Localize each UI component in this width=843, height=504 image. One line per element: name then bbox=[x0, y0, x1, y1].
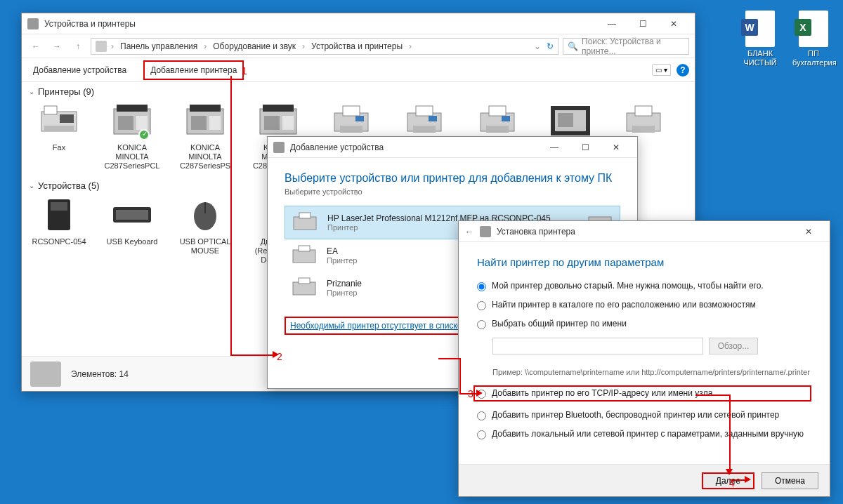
fax-icon bbox=[39, 105, 79, 137]
minimize-button[interactable]: — bbox=[539, 137, 570, 158]
printer-icon bbox=[402, 103, 447, 138]
option-tcpip[interactable]: Добавить принтер по его TCP/IP-адресу ил… bbox=[473, 385, 811, 402]
breadcrumb-item[interactable]: Устройства и принтеры bbox=[309, 41, 405, 51]
option-label: Выбрать общий принтер по имени bbox=[492, 319, 627, 329]
close-button[interactable]: ✕ bbox=[601, 137, 632, 158]
option-shared-name[interactable]: Выбрать общий принтер по имени bbox=[477, 319, 811, 329]
breadcrumb-icon bbox=[96, 41, 107, 52]
devices-header-label: Устройства (5) bbox=[38, 180, 100, 191]
close-button[interactable]: ✕ bbox=[793, 221, 824, 242]
chevron-right-icon: › bbox=[301, 41, 306, 51]
dialog-heading: Выберите устройство или принтер для доба… bbox=[285, 172, 620, 185]
radio-input[interactable] bbox=[477, 430, 486, 439]
back-arrow-icon[interactable]: ← bbox=[464, 226, 474, 237]
arrow-head-icon bbox=[745, 476, 751, 483]
help-icon[interactable]: ? bbox=[677, 64, 689, 77]
svg-rect-23 bbox=[429, 116, 437, 121]
arrow-head-icon bbox=[726, 469, 733, 475]
device-item[interactable]: USB Keyboard bbox=[102, 195, 162, 265]
printer-icon bbox=[290, 277, 318, 299]
printer-name-input[interactable] bbox=[492, 338, 703, 354]
svg-rect-7 bbox=[136, 116, 148, 130]
view-options-button[interactable]: ▭ ▾ bbox=[652, 64, 671, 76]
excel-icon bbox=[799, 11, 828, 47]
maximize-button[interactable]: ☐ bbox=[570, 137, 601, 158]
svg-rect-47 bbox=[299, 246, 310, 251]
annotation-arrow bbox=[695, 394, 729, 396]
device-item[interactable]: USB OPTICAL MOUSE bbox=[175, 195, 235, 265]
option-old-printer[interactable]: Мой принтер довольно старый. Мне нужна п… bbox=[477, 281, 811, 291]
option-label: Добавить принтер по его TCP/IP-адресу ил… bbox=[492, 388, 712, 398]
add-device-button[interactable]: Добавление устройства bbox=[27, 62, 132, 79]
svg-rect-30 bbox=[558, 113, 573, 127]
search-input[interactable]: 🔍 Поиск: Устройства и принте... bbox=[563, 38, 689, 55]
forward-arrow-icon[interactable]: → bbox=[48, 38, 65, 55]
refresh-icon[interactable]: ↻ bbox=[547, 41, 554, 51]
keyboard-icon bbox=[112, 204, 152, 225]
svg-rect-21 bbox=[416, 106, 433, 116]
titlebar: Устройства и принтеры — ☐ ✕ bbox=[22, 13, 695, 34]
annotation-arrow bbox=[230, 76, 232, 355]
chevron-down-icon: ⌄ bbox=[29, 182, 34, 190]
printer-not-listed-link[interactable]: Необходимый принтер отсутствует в списке bbox=[285, 317, 468, 335]
printer-item[interactable]: KONICA MINOLTA C287SeriesPCL bbox=[102, 101, 162, 171]
install-printer-dialog: ← Установка принтера ✕ Найти принтер по … bbox=[458, 220, 830, 497]
device-label: USB Keyboard bbox=[102, 237, 162, 246]
desktop-icon-label: ПП бухгалтерия bbox=[792, 49, 835, 67]
arrow-head-icon bbox=[476, 390, 483, 397]
navbar: ← → ↑ › Панель управления › Оборудование… bbox=[22, 34, 695, 58]
svg-rect-32 bbox=[635, 106, 652, 116]
radio-input[interactable] bbox=[477, 301, 486, 310]
desktop-icon-excel[interactable]: ПП бухгалтерия bbox=[792, 11, 835, 67]
option-label: Найти принтер в каталоге по его располож… bbox=[492, 300, 756, 310]
radio-input[interactable] bbox=[477, 411, 486, 420]
annotation-arrow bbox=[438, 358, 459, 359]
minimize-button[interactable]: — bbox=[596, 13, 627, 34]
svg-rect-35 bbox=[51, 202, 67, 211]
maximize-button[interactable]: ☐ bbox=[627, 13, 658, 34]
svg-rect-26 bbox=[486, 126, 509, 133]
svg-rect-1 bbox=[44, 106, 57, 114]
svg-rect-11 bbox=[209, 116, 221, 130]
step-number: 1 bbox=[242, 65, 247, 77]
svg-rect-6 bbox=[118, 116, 133, 130]
chevron-down-icon: ⌄ bbox=[29, 88, 34, 95]
printer-item[interactable]: Fax bbox=[29, 101, 89, 171]
svg-rect-33 bbox=[632, 126, 655, 133]
mfp-icon bbox=[183, 103, 228, 138]
svg-rect-50 bbox=[299, 278, 310, 284]
breadcrumb-item[interactable]: Оборудование и звук bbox=[211, 41, 298, 51]
svg-rect-15 bbox=[282, 116, 294, 130]
add-printer-button[interactable]: Добавление принтера bbox=[143, 60, 244, 80]
option-directory[interactable]: Найти принтер в каталоге по его располож… bbox=[477, 300, 811, 310]
chevron-right-icon: › bbox=[110, 41, 115, 51]
back-arrow-icon[interactable]: ← bbox=[27, 38, 44, 55]
svg-rect-46 bbox=[293, 250, 315, 263]
breadcrumb[interactable]: › Панель управления › Оборудование и зву… bbox=[91, 38, 558, 55]
close-button[interactable]: ✕ bbox=[658, 13, 689, 34]
option-manual[interactable]: Добавить локальный или сетевой принтер с… bbox=[477, 429, 811, 439]
printers-header-label: Принтеры (9) bbox=[38, 86, 94, 97]
device-label: KONICA MINOLTA C287SeriesPCL bbox=[102, 143, 162, 171]
desktop-icon-word[interactable]: БЛАНК ЧИСТЫЙ bbox=[739, 11, 781, 67]
up-arrow-icon[interactable]: ↑ bbox=[70, 38, 86, 55]
example-text: Пример: \\computername\printername или h… bbox=[492, 367, 811, 377]
breadcrumb-item[interactable]: Панель управления bbox=[118, 41, 200, 51]
printer-icon bbox=[290, 244, 318, 267]
svg-rect-37 bbox=[116, 210, 148, 220]
printer-item[interactable]: KONICA MINOLTA C287SeriesPS bbox=[175, 101, 235, 171]
chevron-down-icon[interactable]: ⌄ bbox=[534, 41, 541, 51]
titlebar: Добавление устройства — ☐ ✕ bbox=[268, 137, 637, 158]
option-bluetooth[interactable]: Добавить принтер Bluetooth, беспроводной… bbox=[477, 410, 811, 420]
browse-button[interactable]: Обзор... bbox=[709, 338, 759, 354]
pc-icon bbox=[44, 198, 74, 232]
window-icon bbox=[273, 142, 285, 153]
printer-icon bbox=[475, 103, 520, 138]
window-title: Установка принтера bbox=[497, 227, 793, 237]
radio-input[interactable] bbox=[477, 320, 486, 329]
device-item[interactable]: RCSONPC-054 bbox=[29, 195, 89, 265]
cancel-button[interactable]: Отмена bbox=[762, 472, 818, 489]
svg-rect-13 bbox=[263, 105, 294, 112]
printers-section-header[interactable]: ⌄ Принтеры (9) bbox=[29, 86, 688, 97]
radio-input[interactable] bbox=[477, 282, 486, 291]
